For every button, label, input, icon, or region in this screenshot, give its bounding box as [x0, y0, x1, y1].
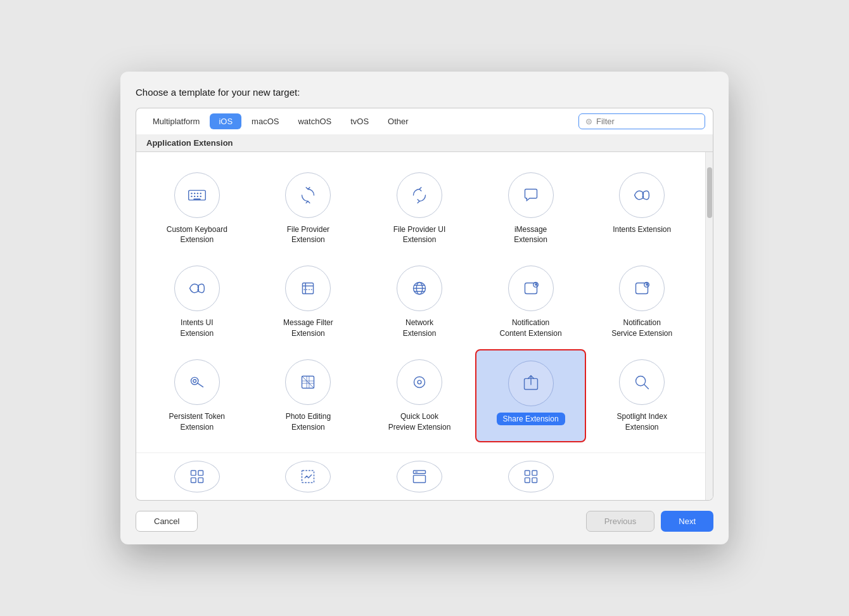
grid-wrapper: Custom KeyboardExtension File ProviderEx… — [136, 152, 713, 501]
intents-ui-icon — [174, 266, 220, 311]
cancel-button[interactable]: Cancel — [136, 511, 198, 532]
partial-item-5 — [586, 453, 698, 500]
notification-content-label: NotificationContent Extension — [500, 318, 562, 339]
partial-icon-3 — [397, 461, 442, 492]
svg-rect-50 — [532, 478, 537, 483]
share-label: Share Extension — [497, 413, 565, 425]
custom-keyboard-label: Custom KeyboardExtension — [167, 224, 227, 246]
footer: Cancel Previous Next — [136, 511, 713, 532]
item-photo-editing[interactable]: Photo EditingExtension — [253, 349, 364, 443]
item-imessage[interactable]: iMessageExtension — [475, 162, 587, 256]
svg-rect-49 — [525, 478, 530, 483]
partial-item-2[interactable] — [253, 453, 364, 500]
item-message-filter[interactable]: Message FilterExtension — [253, 255, 364, 349]
dialog-title: Choose a template for your new target: — [136, 87, 713, 98]
next-button[interactable]: Next — [661, 511, 713, 532]
partial-item-3[interactable] — [364, 453, 475, 500]
file-provider-ui-icon — [397, 172, 442, 218]
svg-line-29 — [302, 376, 314, 388]
share-icon — [508, 361, 554, 406]
item-notification-content[interactable]: NotificationContent Extension — [475, 255, 587, 349]
template-grid: Custom KeyboardExtension File ProviderEx… — [136, 152, 713, 453]
notification-service-icon — [619, 266, 665, 311]
imessage-icon — [508, 172, 554, 218]
svg-rect-10 — [303, 283, 314, 294]
svg-line-38 — [644, 385, 649, 389]
item-intents[interactable]: Intents Extension — [586, 162, 698, 256]
notification-content-icon — [508, 266, 554, 311]
partial-item-4[interactable] — [475, 453, 587, 500]
svg-rect-39 — [191, 471, 196, 476]
item-file-provider[interactable]: File ProviderExtension — [253, 162, 364, 256]
svg-rect-42 — [198, 478, 203, 483]
svg-rect-45 — [413, 475, 425, 482]
item-notification-service[interactable]: NotificationService Extension — [586, 255, 698, 349]
file-provider-label: File ProviderExtension — [287, 224, 329, 246]
item-network[interactable]: NetworkExtension — [364, 255, 475, 349]
scrollbar[interactable] — [705, 152, 713, 501]
message-filter-label: Message FilterExtension — [283, 318, 333, 339]
partial-icon-2 — [285, 461, 331, 492]
file-provider-icon — [285, 172, 331, 218]
partial-icon-1 — [174, 461, 220, 492]
item-custom-keyboard[interactable]: Custom KeyboardExtension — [141, 162, 253, 256]
section-header: Application Extension — [136, 134, 713, 152]
dialog: Choose a template for your new target: M… — [120, 72, 729, 545]
tab-tvos[interactable]: tvOS — [342, 113, 378, 129]
network-label: NetworkExtension — [403, 318, 437, 339]
tab-other[interactable]: Other — [379, 113, 418, 129]
filter-input[interactable] — [596, 117, 698, 126]
item-persistent-token[interactable]: Persistent TokenExtension — [141, 349, 253, 443]
svg-line-26 — [197, 383, 203, 387]
message-filter-icon — [285, 266, 331, 311]
svg-rect-47 — [525, 471, 530, 476]
tabs-left: Multiplatform iOS macOS watchOS tvOS Oth… — [144, 108, 418, 134]
item-intents-ui[interactable]: Intents UIExtension — [141, 255, 253, 349]
photo-editing-label: Photo EditingExtension — [286, 411, 331, 433]
quick-look-label: Quick LookPreview Extension — [388, 411, 451, 433]
content-area: Application Extension Custom KeyboardExt… — [136, 134, 713, 501]
svg-point-24 — [646, 284, 648, 286]
network-icon — [397, 266, 442, 311]
item-share[interactable]: Share Extension — [475, 349, 587, 443]
item-spotlight[interactable]: Spotlight IndexExtension — [586, 349, 698, 443]
quick-look-icon — [397, 359, 442, 405]
tab-multiplatform[interactable]: Multiplatform — [144, 113, 208, 129]
file-provider-ui-label: File Provider UIExtension — [393, 224, 446, 246]
item-quick-look[interactable]: Quick LookPreview Extension — [364, 349, 475, 443]
previous-button[interactable]: Previous — [586, 511, 655, 532]
tab-ios[interactable]: iOS — [210, 113, 241, 129]
spotlight-icon — [619, 359, 665, 405]
svg-point-35 — [418, 380, 421, 384]
filter-icon: ⊜ — [585, 117, 592, 126]
filter-box: ⊜ — [578, 113, 705, 129]
persistent-token-label: Persistent TokenExtension — [169, 411, 226, 433]
svg-rect-9 — [193, 198, 200, 200]
svg-rect-40 — [198, 471, 203, 476]
svg-point-34 — [414, 376, 424, 387]
intents-label: Intents Extension — [613, 224, 671, 235]
tab-watchos[interactable]: watchOS — [289, 113, 340, 129]
svg-rect-44 — [413, 471, 425, 474]
intents-ui-label: Intents UIExtension — [180, 318, 214, 339]
svg-point-21 — [535, 284, 537, 286]
partial-icon-4 — [508, 461, 554, 492]
partial-item-1[interactable] — [141, 453, 253, 500]
tabs-row: Multiplatform iOS macOS watchOS tvOS Oth… — [136, 108, 713, 134]
svg-rect-41 — [191, 478, 196, 483]
persistent-token-icon — [174, 359, 220, 405]
tab-macos[interactable]: macOS — [243, 113, 288, 129]
footer-right: Previous Next — [586, 511, 713, 532]
scrollbar-thumb[interactable] — [707, 167, 712, 218]
notification-service-label: NotificationService Extension — [611, 318, 672, 339]
svg-point-27 — [193, 380, 196, 383]
svg-rect-48 — [532, 471, 537, 476]
custom-keyboard-icon — [174, 172, 220, 218]
partial-row — [136, 452, 713, 500]
item-file-provider-ui[interactable]: File Provider UIExtension — [364, 162, 475, 256]
spotlight-label: Spotlight IndexExtension — [617, 411, 667, 433]
intents-icon — [619, 172, 665, 218]
imessage-label: iMessageExtension — [514, 224, 547, 246]
photo-editing-icon — [285, 359, 331, 405]
